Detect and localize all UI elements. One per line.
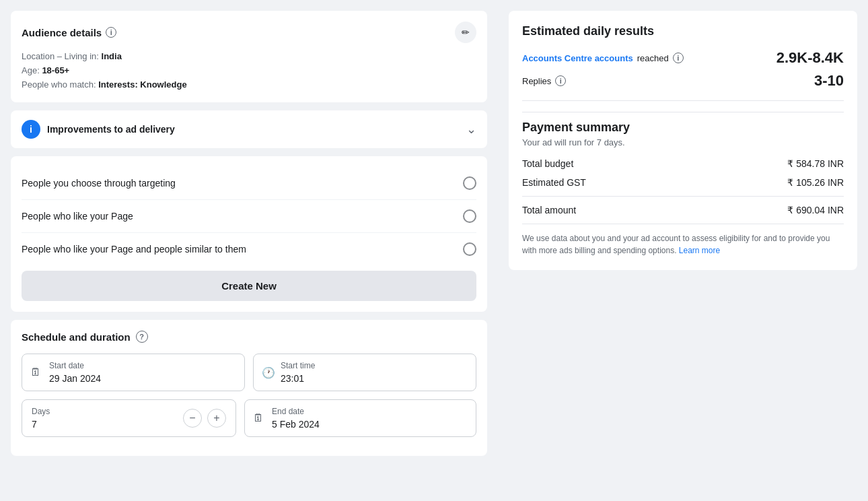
targeting-option-1-label: People you choose through targeting: [22, 178, 176, 189]
audience-header-left: Audience details i: [22, 27, 116, 38]
audience-title: Audience details: [22, 27, 102, 38]
targeting-option-2[interactable]: People who like your Page: [22, 200, 476, 233]
gst-row: Estimated GST ₹ 105.26 INR: [522, 177, 844, 188]
days-label: Days: [32, 407, 50, 416]
audience-age: Age: 18-65+: [22, 64, 476, 78]
edit-icon: ✏: [462, 27, 470, 38]
accounts-info-icon[interactable]: i: [673, 53, 684, 63]
replies-label: Replies i: [522, 75, 566, 86]
improvements-card[interactable]: i Improvements to ad delivery ⌄: [11, 110, 487, 148]
improvements-title: Improvements to ad delivery: [47, 124, 175, 135]
audience-interests: People who match: Interests: Knowledge: [22, 78, 476, 92]
audience-header: Audience details i ✏: [22, 22, 476, 43]
gst-value: ₹ 105.26 INR: [787, 177, 844, 188]
section-divider: [522, 112, 844, 112]
right-content-card: Estimated daily results Accounts Centre …: [509, 11, 857, 270]
total-amount-label: Total amount: [522, 205, 576, 215]
accounts-label: Accounts Centre accounts reached i: [522, 53, 684, 63]
audience-details-text: Location – Living in: India Age: 18-65+ …: [22, 50, 476, 92]
targeting-option-3-radio[interactable]: [463, 242, 476, 256]
start-date-label: Start date: [49, 361, 235, 370]
start-time-field[interactable]: 🕐 Start time 23:01: [253, 354, 476, 391]
payment-summary-section: Payment summary Your ad will run for 7 d…: [522, 121, 844, 257]
schedule-question-icon[interactable]: ?: [136, 331, 148, 343]
gst-label: Estimated GST: [522, 177, 586, 188]
targeting-option-2-label: People who like your Page: [22, 211, 133, 222]
accounts-centre-link[interactable]: Accounts Centre accounts: [522, 53, 633, 63]
payment-subtitle: Your ad will run for 7 days.: [522, 137, 844, 147]
days-increment-button[interactable]: +: [207, 409, 226, 428]
total-budget-value: ₹ 584.78 INR: [787, 158, 844, 169]
start-date-field[interactable]: 🗓 Start date 29 Jan 2024: [22, 354, 245, 391]
replies-info-icon[interactable]: i: [555, 75, 566, 86]
schedule-title: Schedule and duration: [22, 331, 131, 343]
schedule-fields-row1: 🗓 Start date 29 Jan 2024 🕐 Start time 23…: [22, 354, 476, 391]
days-decrement-button[interactable]: −: [183, 409, 202, 428]
total-amount-value: ₹ 690.04 INR: [787, 205, 844, 215]
start-time-clock-icon: 🕐: [262, 366, 275, 379]
targeting-option-1-radio[interactable]: [463, 176, 476, 190]
improvements-blue-icon: i: [22, 120, 40, 139]
accounts-value: 2.9K-8.4K: [776, 49, 844, 67]
disclaimer-divider: [522, 224, 844, 224]
targeting-option-3[interactable]: People who like your Page and people sim…: [22, 233, 476, 265]
improvements-info-symbol: i: [30, 124, 32, 135]
disclaimer-text: We use data about you and your ad accoun…: [522, 232, 844, 257]
improvements-left: i Improvements to ad delivery: [22, 120, 175, 139]
total-amount-row: Total amount ₹ 690.04 INR: [522, 205, 844, 215]
replies-text: Replies: [522, 76, 551, 86]
targeting-option-3-label: People who like your Page and people sim…: [22, 244, 246, 255]
replies-value: 3-10: [814, 72, 844, 90]
right-panel: Estimated daily results Accounts Centre …: [498, 0, 868, 501]
end-date-field[interactable]: 🗓 End date 5 Feb 2024: [244, 399, 476, 437]
targeting-option-2-radio[interactable]: [463, 209, 476, 223]
days-label-value: Days 7: [32, 407, 50, 430]
schedule-fields-row2: Days 7 − + 🗓 End date 5 Feb 2024: [22, 399, 476, 437]
audience-edit-button[interactable]: ✏: [455, 22, 476, 43]
total-budget-row: Total budget ₹ 584.78 INR: [522, 158, 844, 169]
days-value: 7: [32, 419, 50, 430]
payment-divider: [522, 196, 844, 197]
days-controls: − +: [183, 409, 226, 428]
create-new-button[interactable]: Create New: [22, 271, 476, 301]
end-date-label: End date: [272, 407, 466, 416]
days-field: Days 7 − +: [22, 399, 236, 437]
start-time-value: 23:01: [281, 373, 466, 384]
accounts-reach-row: Accounts Centre accounts reached i 2.9K-…: [522, 49, 844, 67]
schedule-header: Schedule and duration ?: [22, 331, 476, 343]
total-budget-label: Total budget: [522, 158, 573, 169]
audience-details-card: Audience details i ✏ Location – Living i…: [11, 11, 487, 102]
start-date-calendar-icon: 🗓: [30, 366, 41, 378]
estimated-title: Estimated daily results: [522, 24, 844, 38]
targeting-options-card: People you choose through targeting Peop…: [11, 156, 487, 312]
audience-location: Location – Living in: India: [22, 50, 476, 64]
estimated-results-section: Estimated daily results Accounts Centre …: [522, 24, 844, 101]
end-date-value: 5 Feb 2024: [272, 419, 466, 430]
end-date-calendar-icon: 🗓: [253, 412, 264, 424]
targeting-option-1[interactable]: People you choose through targeting: [22, 167, 476, 200]
replies-row: Replies i 3-10: [522, 72, 844, 101]
improvements-chevron-icon[interactable]: ⌄: [466, 122, 476, 137]
start-time-label: Start time: [281, 361, 466, 370]
payment-summary-title: Payment summary: [522, 121, 844, 135]
reached-text: reached: [637, 53, 669, 63]
start-date-value: 29 Jan 2024: [49, 373, 235, 384]
audience-info-icon[interactable]: i: [106, 27, 116, 38]
learn-more-link[interactable]: Learn more: [679, 246, 720, 255]
schedule-duration-card: Schedule and duration ? 🗓 Start date 29 …: [11, 320, 487, 456]
